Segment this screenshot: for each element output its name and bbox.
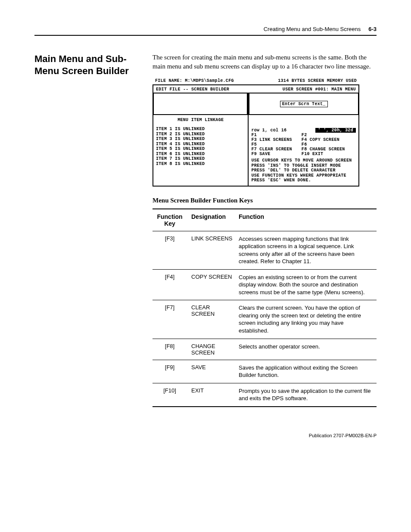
list-item: ITEM 4 IS UNLINKED bbox=[156, 142, 245, 147]
terminal-title-right: USER SCREEN #001: MAIN MENU bbox=[283, 87, 356, 92]
col-header: Function bbox=[239, 209, 377, 231]
linkage-list: ITEM 1 IS UNLINKED ITEM 2 IS UNLINKED IT… bbox=[156, 127, 245, 166]
footer-publication: Publication 2707-PM002B-EN-P bbox=[34, 433, 377, 438]
list-item: ITEM 3 IS UNLINKED bbox=[156, 137, 245, 142]
func-cell: Prompts you to save the application to t… bbox=[239, 383, 377, 407]
desig-cell: SAVE bbox=[191, 360, 239, 383]
hint-line: USE FUNCTION KEYS WHERE APPROPRIATE bbox=[251, 173, 356, 178]
page-header: Creating Menu and Sub-Menu Screens 6-3 bbox=[34, 26, 377, 32]
hint-line: PRESS 'DEL' TO DELETE CHARACTER bbox=[251, 168, 356, 173]
left-column: Main Menu and Sub-Menu Screen Builder bbox=[34, 53, 142, 407]
func-cell: Clears the current screen. You have the … bbox=[239, 300, 377, 339]
fkey-cell: [F9] bbox=[153, 360, 191, 383]
fkey-item: F6 bbox=[302, 142, 356, 147]
chapter-title: Creating Menu and Sub-Menu Screens bbox=[264, 26, 361, 32]
list-item: ITEM 7 IS UNLINKED bbox=[156, 156, 245, 162]
hint-line: PRESS 'ESC' WHEN DONE. bbox=[251, 178, 356, 183]
list-item: ITEM 5 IS UNLINKED bbox=[156, 146, 245, 152]
fkey-item: F3 LINK SCREENS bbox=[251, 137, 301, 142]
linkage-title: MENU ITEM LINKAGE bbox=[156, 118, 245, 122]
terminal-input-area: Enter Scrn Text_ bbox=[249, 93, 359, 115]
list-item: ITEM 1 IS UNLINKED bbox=[156, 127, 245, 132]
table-row: [F10] EXIT Prompts you to save the appli… bbox=[153, 383, 377, 407]
section-paragraph: The screen for creating the main menu an… bbox=[153, 53, 377, 71]
function-key-table: Function Key Designation Function [F3] L… bbox=[153, 208, 377, 407]
section-title: Main Menu and Sub-Menu Screen Builder bbox=[34, 53, 142, 77]
fkey-cell: [F7] bbox=[153, 300, 191, 339]
right-column: The screen for creating the main menu an… bbox=[153, 53, 377, 407]
fkey-cell: [F8] bbox=[153, 339, 191, 360]
list-item: ITEM 8 IS UNLINKED bbox=[156, 162, 245, 167]
col-header: Function Key bbox=[153, 209, 191, 231]
fkey-cell: [F3] bbox=[153, 231, 191, 269]
terminal-screenshot: FILE NAME: M:\MDPS\Sample.CFG 1314 BYTES… bbox=[153, 77, 359, 187]
col-header: Designation bbox=[191, 209, 239, 231]
desig-cell: CHANGE SCREEN bbox=[191, 339, 239, 360]
terminal-bytes-used: 1314 BYTES SCREEN MEMORY USED bbox=[278, 78, 357, 83]
func-cell: Selects another operator screen. bbox=[239, 339, 377, 360]
fkey-item: F8 CHANGE SCREEN bbox=[302, 147, 356, 152]
func-cell: Accesses screen mapping functions that l… bbox=[239, 231, 377, 269]
desig-cell: CLEAR SCREEN bbox=[191, 300, 239, 339]
fkey-item: F10 EXIT bbox=[302, 152, 356, 156]
terminal-preview-box bbox=[153, 93, 248, 115]
hint-line: PRESS 'INS' TO TOGGLE INSERT MODE bbox=[251, 163, 356, 168]
fkey-item: F1 bbox=[251, 133, 301, 137]
table-row: [F9] SAVE Saves the application without … bbox=[153, 360, 377, 383]
desig-cell: LINK SCREENS bbox=[191, 231, 239, 269]
fkey-item: F5 bbox=[251, 142, 301, 147]
terminal-file-name: FILE NAME: M:\MDPS\Sample.CFG bbox=[155, 78, 234, 83]
fkey-cell: [F4] bbox=[153, 269, 191, 300]
list-item: ITEM 6 IS UNLINKED bbox=[156, 152, 245, 157]
header-rule bbox=[34, 35, 377, 36]
desig-cell: EXIT bbox=[191, 383, 239, 407]
desig-cell: COPY SCREEN bbox=[191, 269, 239, 300]
fkey-item: F7 CLEAR SCREEN bbox=[251, 147, 301, 152]
page-number: 6-3 bbox=[368, 26, 377, 32]
terminal-hints: USE CURSOR KEYS TO MOVE AROUND SCREEN PR… bbox=[249, 156, 358, 186]
func-cell: Saves the application without exiting th… bbox=[239, 360, 377, 383]
table-heading: Menu Screen Builder Function Keys bbox=[153, 197, 377, 204]
list-item: ITEM 2 IS UNLINKED bbox=[156, 132, 245, 137]
fkey-item: F4 COPY SCREEN bbox=[302, 137, 356, 142]
terminal-fkey-legend: F1F2 F3 LINK SCREENSF4 COPY SCREEN F5F6 … bbox=[249, 133, 358, 156]
fkey-cell: [F10] bbox=[153, 383, 191, 407]
char-code: ' ', 20h, 32d bbox=[315, 128, 356, 133]
table-row: [F4] COPY SCREEN Copies an existing scre… bbox=[153, 269, 377, 300]
fkey-item: F2 bbox=[302, 133, 356, 137]
table-row: [F7] CLEAR SCREEN Clears the current scr… bbox=[153, 300, 377, 339]
func-cell: Copies an existing screen to or from the… bbox=[239, 269, 377, 300]
terminal-title-left: EDIT FILE -- SCREEN BUILDER bbox=[156, 87, 229, 92]
fkey-item: F9 SAVE bbox=[251, 152, 301, 156]
cursor-position: row 1, col 16 bbox=[251, 128, 286, 133]
table-row: [F3] LINK SCREENS Accesses screen mappin… bbox=[153, 231, 377, 269]
table-row: [F8] CHANGE SCREEN Selects another opera… bbox=[153, 339, 377, 360]
hint-line: USE CURSOR KEYS TO MOVE AROUND SCREEN bbox=[251, 158, 356, 163]
enter-text-label: Enter Scrn Text_ bbox=[280, 101, 328, 107]
